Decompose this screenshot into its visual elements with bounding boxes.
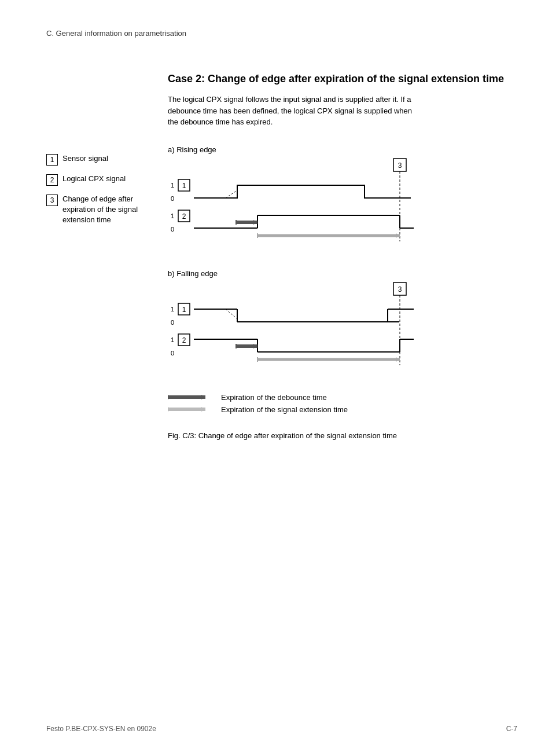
legend-debounce-line: Expiration of the debounce time xyxy=(168,393,517,402)
right-column: Case 2: Change of edge after expiration … xyxy=(168,72,517,440)
header-text: C. General information on parametrisatio… xyxy=(46,29,517,38)
svg-marker-50 xyxy=(396,357,400,362)
svg-rect-52 xyxy=(168,395,205,399)
legend-item-2: 2 Logical CPX signal xyxy=(46,174,150,186)
diagram-a-svg: 3 1 0 1 xyxy=(168,157,417,250)
extension-line-svg xyxy=(168,405,214,413)
legend-label-2: Logical CPX signal xyxy=(62,174,126,184)
svg-marker-21 xyxy=(396,233,400,238)
svg-text:0: 0 xyxy=(171,319,174,326)
diagram-a-svg-wrap: 3 1 0 1 xyxy=(168,157,517,252)
figure-caption: Fig. C/3: Change of edge after expiratio… xyxy=(168,431,517,440)
legend-lines-section: Expiration of the debounce time Expirati… xyxy=(168,393,517,414)
svg-text:1: 1 xyxy=(182,182,186,190)
svg-line-23 xyxy=(226,190,237,198)
legend-badge-2: 2 xyxy=(46,174,58,186)
case-description: The logical CPX signal follows the input… xyxy=(168,94,417,128)
case-title: Case 2: Change of edge after expiration … xyxy=(168,72,517,86)
legend-label-3: Change of edge after expiration of the s… xyxy=(62,194,150,226)
legend-extension-line: Expiration of the signal extension time xyxy=(168,405,517,414)
svg-text:0: 0 xyxy=(171,350,174,357)
svg-text:1: 1 xyxy=(171,306,174,313)
diagram-b-label: b) Falling edge xyxy=(168,269,517,278)
svg-line-36 xyxy=(226,309,237,319)
svg-text:2: 2 xyxy=(182,212,186,221)
footer-right: C-7 xyxy=(506,725,517,733)
legend-label-1: Sensor signal xyxy=(62,153,108,164)
page: C. General information on parametrisatio… xyxy=(0,0,552,756)
diagram-b-svg: 3 1 0 1 xyxy=(168,281,417,374)
legend-item-1: 1 Sensor signal xyxy=(46,153,150,166)
legend-item-3: 3 Change of edge after expiration of the… xyxy=(46,194,150,226)
diagram-a-label: a) Rising edge xyxy=(168,145,517,154)
svg-text:2: 2 xyxy=(182,336,186,344)
extension-line-sample xyxy=(168,405,214,413)
footer-left: Festo P.BE-CPX-SYS-EN en 0902e xyxy=(46,725,156,733)
svg-rect-55 xyxy=(168,408,205,411)
svg-text:3: 3 xyxy=(398,162,402,170)
debounce-line-sample xyxy=(168,393,214,401)
svg-text:1: 1 xyxy=(182,306,186,314)
svg-text:3: 3 xyxy=(398,285,402,293)
legend-badge-1: 1 xyxy=(46,154,58,166)
svg-text:1: 1 xyxy=(171,212,174,219)
svg-text:0: 0 xyxy=(171,195,174,202)
svg-text:0: 0 xyxy=(171,226,174,233)
svg-text:1: 1 xyxy=(171,336,174,343)
main-content: 1 Sensor signal 2 Logical CPX signal 3 C… xyxy=(46,72,517,440)
debounce-line-label: Expiration of the debounce time xyxy=(221,393,327,402)
footer: Festo P.BE-CPX-SYS-EN en 0902e C-7 xyxy=(0,725,552,733)
legend-badge-3: 3 xyxy=(46,194,58,206)
diagram-falling-edge: b) Falling edge 3 1 0 1 xyxy=(168,269,517,376)
extension-line-label: Expiration of the signal extension time xyxy=(221,405,348,414)
legend-column: 1 Sensor signal 2 Logical CPX signal 3 C… xyxy=(46,153,150,440)
svg-text:1: 1 xyxy=(171,182,174,189)
diagram-b-svg-wrap: 3 1 0 1 xyxy=(168,281,517,376)
debounce-line-svg xyxy=(168,393,214,401)
diagram-rising-edge: a) Rising edge 3 1 0 1 xyxy=(168,145,517,252)
